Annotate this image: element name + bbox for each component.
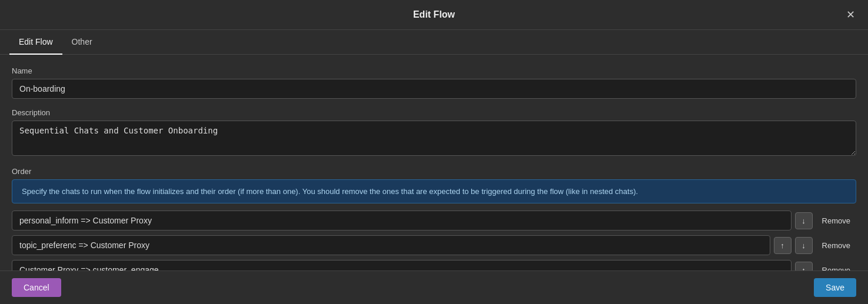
order-info-box: Specify the chats to run when the flow i… [12,179,856,203]
modal: Edit Flow ✕ Edit Flow Other Name Descrip… [0,0,868,304]
order-input-2[interactable] [12,235,770,255]
order-row-1: ↓ Remove [12,211,856,230]
description-group: Description [12,108,856,158]
order-up-btn-2[interactable]: ↑ [774,237,791,254]
remove-btn-1[interactable]: Remove [816,213,856,229]
name-label: Name [12,66,856,75]
tabs-container: Edit Flow Other [0,30,868,55]
modal-body: Name Description Order Specify the chats… [0,55,868,270]
close-button[interactable]: ✕ [842,6,859,23]
name-input[interactable] [12,79,856,99]
description-label: Description [12,108,856,117]
modal-footer: Cancel Save [0,270,868,304]
order-label: Order [12,167,856,176]
order-input-3[interactable] [12,260,791,270]
save-button[interactable]: Save [814,278,856,297]
order-input-1[interactable] [12,211,791,230]
order-group: Order Specify the chats to run when the … [12,167,856,270]
order-row-2: ↑ ↓ Remove [12,235,856,255]
order-up-btn-3[interactable]: ↑ [795,262,813,271]
remove-btn-2[interactable]: Remove [816,238,856,253]
order-down-btn-2[interactable]: ↓ [795,237,813,254]
remove-btn-3[interactable]: Remove [816,262,856,271]
cancel-button[interactable]: Cancel [12,278,61,297]
name-group: Name [12,66,856,99]
tab-other[interactable]: Other [62,30,102,55]
modal-header: Edit Flow ✕ [0,0,868,30]
description-textarea[interactable] [12,121,856,156]
order-row-3: ↑ Remove [12,260,856,270]
modal-title: Edit Flow [413,9,455,19]
order-down-btn-1[interactable]: ↓ [795,212,813,229]
tab-edit-flow[interactable]: Edit Flow [9,30,62,55]
